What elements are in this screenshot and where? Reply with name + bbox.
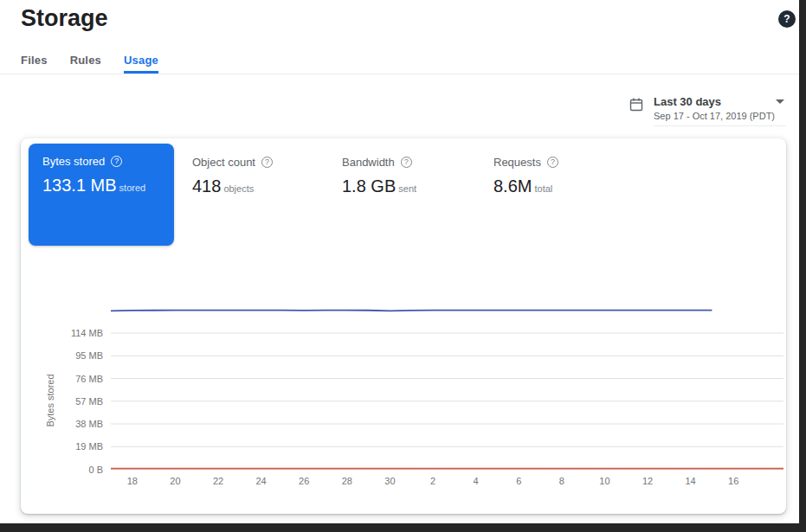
y-tick-label: 95 MB	[75, 350, 103, 361]
tab-rules[interactable]: Rules	[70, 48, 101, 74]
metric-bandwidth[interactable]: Bandwidth ? 1.8 GBsent	[342, 156, 416, 196]
y-tick-label: 114 MB	[71, 328, 103, 338]
usage-card: Bytes stored ? 133.1 MBstored Object cou…	[21, 138, 786, 514]
help-circle-icon: ?	[401, 157, 412, 168]
metric-label: Requests	[493, 156, 541, 169]
help-button[interactable]: ?	[778, 10, 796, 28]
calendar-icon	[629, 97, 644, 112]
help-circle-icon: ?	[111, 156, 122, 167]
metric-value: 1.8 GB	[342, 176, 396, 195]
tab-bar: Files Rules Usage	[0, 48, 799, 74]
storage-page: Storage ? Files Rules Usage Last 30 days…	[0, 0, 799, 523]
metric-unit: total	[534, 183, 552, 194]
x-tick-label: 14	[685, 476, 695, 486]
metric-label: Bytes stored	[42, 155, 105, 168]
y-tick-label: 0 B	[88, 465, 103, 475]
metric-value: 418	[192, 176, 221, 195]
tab-files[interactable]: Files	[21, 48, 48, 74]
metric-unit: sent	[398, 183, 416, 194]
date-range-label: Last 30 days	[654, 95, 721, 108]
x-tick-label: 6	[516, 476, 521, 486]
y-axis-title: Bytes stored	[45, 374, 55, 426]
x-tick-label: 28	[342, 476, 352, 486]
bytes-stored-line	[111, 311, 712, 311]
page-title: Storage	[21, 5, 108, 32]
x-tick-label: 12	[642, 476, 653, 486]
x-tick-label: 22	[213, 476, 223, 486]
x-tick-label: 26	[299, 476, 309, 486]
metric-unit: objects	[223, 183, 254, 194]
x-tick-label: 10	[599, 476, 609, 486]
x-tick-label: 20	[170, 476, 180, 486]
metric-bytes-stored[interactable]: Bytes stored ? 133.1 MBstored	[29, 144, 174, 246]
y-tick-label: 38 MB	[75, 419, 103, 429]
metric-value: 8.6M	[493, 176, 532, 195]
usage-chart: 114 MB95 MB76 MB57 MB38 MB19 MB0 B182022…	[21, 272, 786, 497]
metric-label: Object count	[192, 156, 255, 169]
x-tick-label: 18	[127, 476, 138, 486]
x-tick-label: 4	[474, 476, 479, 486]
y-tick-label: 76 MB	[75, 374, 103, 384]
metric-requests[interactable]: Requests ? 8.6Mtotal	[493, 156, 558, 196]
help-circle-icon: ?	[547, 157, 558, 168]
help-circle-icon: ?	[261, 157, 273, 168]
metric-label: Bandwidth	[342, 156, 395, 169]
date-range-detail: Sep 17 - Oct 17, 2019 (PDT)	[654, 111, 786, 121]
metric-value: 133.1 MB	[42, 176, 117, 195]
x-tick-label: 24	[255, 476, 266, 486]
date-range-text: Last 30 days Sep 17 - Oct 17, 2019 (PDT)	[654, 95, 786, 126]
y-tick-label: 19 MB	[75, 441, 103, 452]
metric-unit: stored	[119, 183, 146, 193]
y-tick-label: 57 MB	[75, 396, 103, 407]
x-tick-label: 30	[384, 476, 395, 486]
metric-object-count[interactable]: Object count ? 418objects	[192, 156, 273, 196]
x-tick-label: 2	[430, 476, 435, 486]
x-tick-label: 16	[728, 476, 738, 486]
date-range-selector[interactable]: Last 30 days Sep 17 - Oct 17, 2019 (PDT)	[629, 95, 786, 126]
tab-usage[interactable]: Usage	[124, 48, 158, 74]
chevron-down-icon	[776, 99, 784, 104]
x-tick-label: 8	[559, 476, 564, 486]
help-icon: ?	[783, 13, 790, 25]
